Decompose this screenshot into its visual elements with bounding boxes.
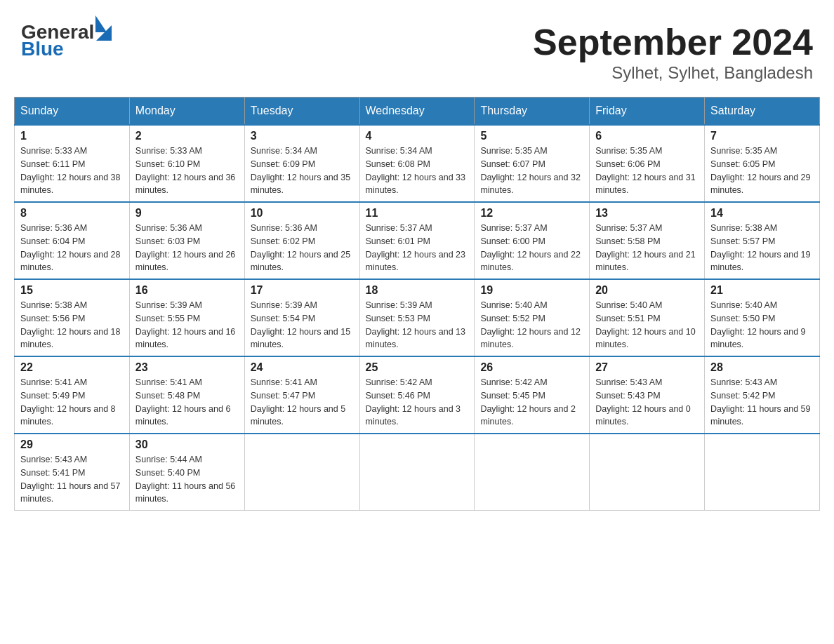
- sunset-label: Sunset: 5:55 PM: [135, 314, 200, 323]
- day-info: Sunrise: 5:38 AM Sunset: 5:56 PM Dayligh…: [20, 299, 124, 351]
- title-area: September 2024 Sylhet, Sylhet, Banglades…: [533, 21, 813, 83]
- sunrise-label: Sunrise: 5:35 AM: [710, 146, 777, 156]
- sunset-label: Sunset: 5:50 PM: [710, 314, 775, 323]
- day-info: Sunrise: 5:41 AM Sunset: 5:48 PM Dayligh…: [135, 376, 239, 429]
- sunrise-label: Sunrise: 5:36 AM: [135, 223, 202, 233]
- sunrise-label: Sunrise: 5:42 AM: [366, 377, 432, 387]
- day-info: Sunrise: 5:41 AM Sunset: 5:47 PM Dayligh…: [251, 376, 354, 429]
- table-row: [244, 434, 359, 511]
- calendar-table: Sunday Monday Tuesday Wednesday Thursday…: [14, 97, 820, 511]
- table-row: 24 Sunrise: 5:41 AM Sunset: 5:47 PM Dayl…: [244, 356, 359, 434]
- sunrise-label: Sunrise: 5:43 AM: [20, 455, 87, 464]
- calendar-week-row: 15 Sunrise: 5:38 AM Sunset: 5:56 PM Dayl…: [15, 279, 820, 356]
- day-number: 30: [135, 438, 239, 451]
- table-row: 15 Sunrise: 5:38 AM Sunset: 5:56 PM Dayl…: [15, 279, 130, 356]
- table-row: 12 Sunrise: 5:37 AM Sunset: 6:00 PM Dayl…: [475, 202, 590, 279]
- day-number: 2: [135, 130, 239, 142]
- day-info: Sunrise: 5:42 AM Sunset: 5:45 PM Dayligh…: [480, 376, 583, 429]
- calendar-header-row: Sunday Monday Tuesday Wednesday Thursday…: [15, 98, 820, 126]
- sunset-label: Sunset: 6:05 PM: [710, 159, 775, 169]
- table-row: 1 Sunrise: 5:33 AM Sunset: 6:11 PM Dayli…: [15, 125, 130, 202]
- day-number: 22: [20, 361, 124, 374]
- table-row: 5 Sunrise: 5:35 AM Sunset: 6:07 PM Dayli…: [475, 125, 590, 202]
- day-number: 5: [480, 130, 583, 142]
- sunset-label: Sunset: 5:42 PM: [710, 391, 775, 401]
- day-number: 26: [480, 361, 583, 374]
- sunrise-label: Sunrise: 5:33 AM: [20, 146, 87, 156]
- sunset-label: Sunset: 5:49 PM: [20, 391, 85, 401]
- sunrise-label: Sunrise: 5:41 AM: [251, 377, 317, 387]
- day-number: 1: [20, 130, 124, 142]
- daylight-label: Daylight: 12 hours and 36 minutes.: [135, 173, 235, 196]
- sunset-label: Sunset: 5:43 PM: [595, 391, 660, 401]
- table-row: 27 Sunrise: 5:43 AM Sunset: 5:43 PM Dayl…: [590, 356, 705, 434]
- sunset-label: Sunset: 6:11 PM: [20, 159, 85, 169]
- calendar-week-row: 8 Sunrise: 5:36 AM Sunset: 6:04 PM Dayli…: [15, 202, 820, 279]
- day-number: 13: [595, 207, 699, 220]
- table-row: 22 Sunrise: 5:41 AM Sunset: 5:49 PM Dayl…: [15, 356, 130, 434]
- table-row: [590, 434, 705, 511]
- day-info: Sunrise: 5:36 AM Sunset: 6:03 PM Dayligh…: [135, 222, 239, 274]
- logo: General Blue: [21, 21, 112, 60]
- table-row: 7 Sunrise: 5:35 AM Sunset: 6:05 PM Dayli…: [705, 125, 820, 202]
- sunrise-label: Sunrise: 5:42 AM: [480, 377, 547, 387]
- daylight-label: Daylight: 12 hours and 28 minutes.: [20, 250, 120, 273]
- daylight-label: Daylight: 12 hours and 31 minutes.: [595, 173, 695, 196]
- sunrise-label: Sunrise: 5:40 AM: [710, 300, 777, 310]
- table-row: 25 Sunrise: 5:42 AM Sunset: 5:46 PM Dayl…: [359, 356, 475, 434]
- day-number: 29: [20, 438, 124, 451]
- daylight-label: Daylight: 12 hours and 12 minutes.: [480, 327, 580, 350]
- sunset-label: Sunset: 6:09 PM: [251, 159, 315, 169]
- day-info: Sunrise: 5:36 AM Sunset: 6:04 PM Dayligh…: [20, 222, 124, 274]
- table-row: 30 Sunrise: 5:44 AM Sunset: 5:40 PM Dayl…: [129, 434, 244, 511]
- table-row: 23 Sunrise: 5:41 AM Sunset: 5:48 PM Dayl…: [129, 356, 244, 434]
- sunrise-label: Sunrise: 5:38 AM: [710, 223, 777, 233]
- calendar-week-row: 29 Sunrise: 5:43 AM Sunset: 5:41 PM Dayl…: [15, 434, 820, 511]
- sunset-label: Sunset: 6:00 PM: [480, 236, 545, 246]
- daylight-label: Daylight: 12 hours and 16 minutes.: [135, 327, 235, 350]
- table-row: 28 Sunrise: 5:43 AM Sunset: 5:42 PM Dayl…: [705, 356, 820, 434]
- day-number: 4: [366, 130, 469, 142]
- day-number: 23: [135, 361, 239, 374]
- table-row: 13 Sunrise: 5:37 AM Sunset: 5:58 PM Dayl…: [590, 202, 705, 279]
- day-number: 18: [366, 284, 469, 297]
- day-number: 14: [710, 207, 814, 220]
- sunset-label: Sunset: 6:07 PM: [480, 159, 545, 169]
- table-row: 20 Sunrise: 5:40 AM Sunset: 5:51 PM Dayl…: [590, 279, 705, 356]
- sunset-label: Sunset: 5:46 PM: [366, 391, 430, 401]
- sunset-label: Sunset: 5:56 PM: [20, 314, 85, 323]
- calendar-week-row: 1 Sunrise: 5:33 AM Sunset: 6:11 PM Dayli…: [15, 125, 820, 202]
- table-row: 26 Sunrise: 5:42 AM Sunset: 5:45 PM Dayl…: [475, 356, 590, 434]
- table-row: 10 Sunrise: 5:36 AM Sunset: 6:02 PM Dayl…: [244, 202, 359, 279]
- sunrise-label: Sunrise: 5:40 AM: [595, 300, 662, 310]
- day-info: Sunrise: 5:35 AM Sunset: 6:05 PM Dayligh…: [710, 145, 814, 197]
- sunset-label: Sunset: 5:57 PM: [710, 236, 775, 246]
- sunset-label: Sunset: 6:01 PM: [366, 236, 430, 246]
- sunset-label: Sunset: 6:02 PM: [251, 236, 315, 246]
- table-row: 3 Sunrise: 5:34 AM Sunset: 6:09 PM Dayli…: [244, 125, 359, 202]
- daylight-label: Daylight: 11 hours and 56 minutes.: [135, 481, 235, 504]
- daylight-label: Daylight: 12 hours and 6 minutes.: [135, 404, 231, 427]
- sunrise-label: Sunrise: 5:35 AM: [480, 146, 547, 156]
- day-info: Sunrise: 5:39 AM Sunset: 5:55 PM Dayligh…: [135, 299, 239, 351]
- sunrise-label: Sunrise: 5:34 AM: [366, 146, 432, 156]
- daylight-label: Daylight: 12 hours and 32 minutes.: [480, 173, 580, 196]
- sunset-label: Sunset: 5:58 PM: [595, 236, 660, 246]
- day-number: 3: [251, 130, 354, 142]
- day-number: 20: [595, 284, 699, 297]
- sunrise-label: Sunrise: 5:35 AM: [595, 146, 662, 156]
- sunrise-label: Sunrise: 5:34 AM: [251, 146, 317, 156]
- day-number: 16: [135, 284, 239, 297]
- header-monday: Monday: [129, 98, 244, 126]
- table-row: 14 Sunrise: 5:38 AM Sunset: 5:57 PM Dayl…: [705, 202, 820, 279]
- daylight-label: Daylight: 12 hours and 23 minutes.: [366, 250, 465, 273]
- sunrise-label: Sunrise: 5:43 AM: [710, 377, 777, 387]
- daylight-label: Daylight: 12 hours and 25 minutes.: [251, 250, 350, 273]
- sunrise-label: Sunrise: 5:44 AM: [135, 455, 202, 464]
- day-number: 9: [135, 207, 239, 220]
- table-row: 16 Sunrise: 5:39 AM Sunset: 5:55 PM Dayl…: [129, 279, 244, 356]
- day-info: Sunrise: 5:37 AM Sunset: 5:58 PM Dayligh…: [595, 222, 699, 274]
- day-number: 17: [251, 284, 354, 297]
- day-info: Sunrise: 5:39 AM Sunset: 5:54 PM Dayligh…: [251, 299, 354, 351]
- sunset-label: Sunset: 5:41 PM: [20, 468, 85, 478]
